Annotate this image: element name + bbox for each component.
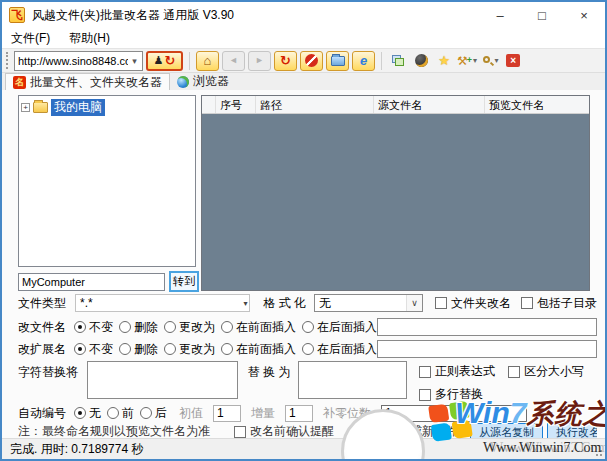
chevron-down-icon[interactable]: ▾ xyxy=(243,299,247,308)
stop-button[interactable] xyxy=(300,51,323,71)
radio-autonum-suffix-label: 后 xyxy=(155,405,167,422)
copy-source-button[interactable]: 从源名复制 xyxy=(470,423,543,438)
chevron-down-icon: ▾ xyxy=(473,57,477,65)
column-header-select[interactable] xyxy=(202,96,216,113)
open-folder-button[interactable] xyxy=(326,51,349,71)
app-logo-glyph: 飞 xyxy=(12,10,23,21)
tools-button[interactable]: ⚒ + ▾ xyxy=(457,51,477,71)
column-header-index[interactable]: 序号 xyxy=(216,96,256,113)
chevron-down-icon[interactable]: ∨ xyxy=(406,295,422,311)
increment-input[interactable]: 1 xyxy=(285,405,313,422)
export-button[interactable] xyxy=(388,51,408,71)
radio-name-prepend-label: 在前面插入 xyxy=(236,319,296,336)
regex-checkbox[interactable] xyxy=(419,366,431,378)
autogen-checkbox[interactable] xyxy=(358,426,370,438)
tab-browser[interactable]: 浏览器 xyxy=(170,73,236,90)
replace-from-textarea[interactable] xyxy=(87,361,238,399)
expand-icon[interactable]: + xyxy=(21,103,30,112)
browser-button[interactable]: e xyxy=(352,51,375,71)
folder-tree[interactable]: + 我的电脑 xyxy=(18,95,196,267)
minimize-button[interactable]: – xyxy=(479,2,521,28)
radio-ext-append-label: 在后面插入 xyxy=(317,341,377,358)
execute-rename-button[interactable]: 执行改名 xyxy=(547,423,597,438)
radio-name-delete[interactable] xyxy=(119,321,131,333)
exit-icon: × xyxy=(506,54,520,67)
radio-autonum-none[interactable] xyxy=(74,407,86,419)
format-combobox[interactable]: 无 ∨ xyxy=(314,294,423,312)
radio-autonum-prefix[interactable] xyxy=(107,407,119,419)
file-list[interactable]: 序号 路径 源文件名 预览文件名 xyxy=(201,95,590,291)
tree-node-label[interactable]: 我的电脑 xyxy=(51,99,105,116)
tab-batch-renamer[interactable]: 名 批量文件、文件夹改名器 xyxy=(5,73,170,90)
radio-name-change[interactable] xyxy=(164,321,176,333)
menu-help[interactable]: 帮助(H) xyxy=(69,28,119,49)
radio-ext-change[interactable] xyxy=(164,343,176,355)
menu-file[interactable]: 文件(F) xyxy=(11,28,59,49)
note-row: 注：最终命名规则以预览文件名为准 改名前确认提醒 自动生成新文件名 从源名复制 … xyxy=(18,423,597,438)
confirm-checkbox[interactable] xyxy=(234,426,246,438)
regex-label: 正则表达式 xyxy=(435,363,495,380)
multiline-label: 多行替换 xyxy=(435,386,483,403)
forward-button[interactable]: ► xyxy=(248,51,271,71)
radio-name-keep[interactable] xyxy=(74,321,86,333)
ie-icon: e xyxy=(360,54,367,67)
zero-pad-input[interactable]: 1 xyxy=(381,405,527,422)
include-subdir-checkbox[interactable] xyxy=(521,297,533,309)
exit-button[interactable]: × xyxy=(503,51,523,71)
window-title: 风越文件(夹)批量改名器 通用版 V3.90 xyxy=(32,7,234,24)
replace-label: 字符替换 xyxy=(18,364,66,381)
toolbar: http://www.sino8848.com ▾ ♟ ↻ ⌂ ◄ ► ↻ e xyxy=(2,48,605,73)
radio-ext-prepend[interactable] xyxy=(221,343,233,355)
tab-batch-renamer-label: 批量文件、文件夹改名器 xyxy=(30,74,162,91)
radio-name-prepend[interactable] xyxy=(221,321,233,333)
favorites-button[interactable]: ★ xyxy=(434,51,454,71)
radio-name-append[interactable] xyxy=(302,321,314,333)
file-list-body[interactable] xyxy=(202,114,589,290)
renamer-icon: 名 xyxy=(13,76,26,89)
replace-options: 正则表达式 区分大小写 多行替换 xyxy=(419,363,597,403)
back-button[interactable]: ◄ xyxy=(222,51,245,71)
column-header-path[interactable]: 路径 xyxy=(256,96,374,113)
chevron-down-icon[interactable]: ▾ xyxy=(128,56,141,66)
refresh-button[interactable]: ↻ xyxy=(274,51,297,71)
go-button[interactable]: ♟ ↻ xyxy=(146,51,183,71)
search-button[interactable]: ▾ xyxy=(480,51,500,71)
app-window: 飞 风越文件(夹)批量改名器 通用版 V3.90 – □ × 文件(F) 帮助(… xyxy=(0,0,607,461)
resize-grip[interactable] xyxy=(593,447,603,457)
tree-node-mycomputer[interactable]: + 我的电脑 xyxy=(21,99,193,116)
radio-ext-keep[interactable] xyxy=(74,343,86,355)
close-button[interactable]: × xyxy=(563,2,605,28)
radio-name-delete-label: 删除 xyxy=(134,319,158,336)
rename-filename-input[interactable] xyxy=(377,318,597,336)
multiline-checkbox[interactable] xyxy=(419,389,431,401)
url-combobox[interactable]: http://www.sino8848.com ▾ xyxy=(14,51,143,71)
maximize-button[interactable]: □ xyxy=(521,2,563,28)
toolbar-gripper[interactable] xyxy=(6,52,9,69)
folder-rename-label: 文件夹改名 xyxy=(451,295,511,312)
case-sensitive-checkbox[interactable] xyxy=(508,366,520,378)
url-value: http://www.sino8848.com xyxy=(18,55,128,67)
file-type-label: 文件类型 xyxy=(18,295,66,312)
go-refresh-icon: ↻ xyxy=(164,54,175,67)
path-input[interactable] xyxy=(18,273,165,291)
replace-from-label: 将 xyxy=(66,364,78,381)
column-header-preview-name[interactable]: 预览文件名 xyxy=(485,96,589,113)
globe-icon xyxy=(177,76,189,88)
zero-pad-label: 补零位数 xyxy=(323,405,371,422)
home-button[interactable]: ⌂ xyxy=(196,51,219,71)
radio-autonum-prefix-label: 前 xyxy=(122,405,134,422)
rename-filename-row: 改文件名 不变 删除 更改为 在前面插入 在后面插入 xyxy=(18,317,597,337)
radio-ext-delete[interactable] xyxy=(119,343,131,355)
goto-button[interactable]: 转到 xyxy=(169,271,199,292)
website-button[interactable] xyxy=(411,51,431,71)
file-type-combobox[interactable]: *.* ▾ xyxy=(75,294,250,312)
radio-autonum-suffix[interactable] xyxy=(140,407,152,419)
folder-rename-checkbox[interactable] xyxy=(435,297,447,309)
replace-to-textarea[interactable] xyxy=(298,361,407,399)
radio-ext-append[interactable] xyxy=(302,343,314,355)
person-icon: ♟ xyxy=(154,55,164,66)
autogen-label: 自动生成新文件名 xyxy=(374,423,470,438)
column-header-source-name[interactable]: 源文件名 xyxy=(374,96,485,113)
rename-extension-input[interactable] xyxy=(377,340,597,358)
initial-value-input[interactable]: 1 xyxy=(213,405,241,422)
